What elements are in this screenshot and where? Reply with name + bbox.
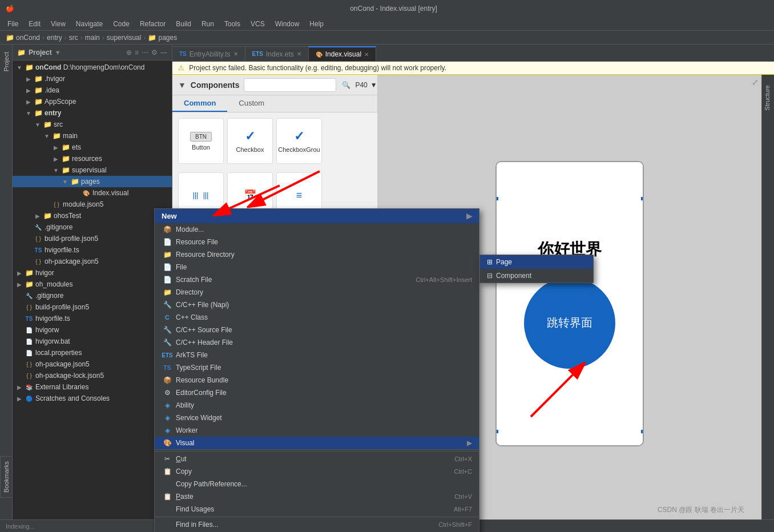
- ctx-arkts[interactable]: ETS ArkTS File: [155, 349, 479, 361]
- tree-item-main[interactable]: ▼ 📁 main: [13, 130, 172, 142]
- ctx-resource-bundle[interactable]: 📦 Resource Bundle: [155, 374, 479, 386]
- gear-icon[interactable]: ⚙: [151, 49, 158, 57]
- locate-icon[interactable]: ⊕: [126, 49, 132, 57]
- tree-item-hvigor-root[interactable]: ▶ 📁 hvigor: [13, 267, 172, 279]
- ctx-paste[interactable]: 📋 Paste Ctrl+V: [155, 490, 479, 503]
- tab-entryability[interactable]: TS EntryAbility.ts ✕: [172, 46, 245, 61]
- menu-refactor[interactable]: Refactor: [135, 19, 170, 29]
- ctx-new-header[interactable]: New ▶: [155, 209, 479, 223]
- tree-item-oh-package-lock[interactable]: { } oh-package-lock.json5: [13, 370, 172, 381]
- ctx-resource-dir[interactable]: 📁 Resource Directory: [155, 248, 479, 261]
- dropdown-arrow-icon[interactable]: ▼: [55, 49, 61, 56]
- menu-file[interactable]: File: [3, 19, 23, 29]
- menu-run[interactable]: Run: [197, 19, 219, 29]
- ctx-copy[interactable]: 📋 Copy Ctrl+C: [155, 465, 479, 478]
- tree-item-oh-modules[interactable]: ▶ 📁 oh_modules: [13, 279, 172, 290]
- tree-item-appscope[interactable]: ▶ 📁 AppScope: [13, 96, 172, 107]
- ctx-cpp-header[interactable]: 🔧 C/C++ Header File: [155, 336, 479, 349]
- ctx-directory[interactable]: 📁 Directory: [155, 286, 479, 299]
- tree-item-hvigorw-bat[interactable]: 📄 hvigorw.bat: [13, 336, 172, 347]
- tree-item-hvigorfile-root[interactable]: TS hvigorfile.ts: [13, 313, 172, 324]
- menu-tools[interactable]: Tools: [220, 19, 245, 29]
- menu-view[interactable]: View: [46, 19, 70, 29]
- component-button[interactable]: BTN Button: [178, 118, 224, 164]
- breadcrumb-entry[interactable]: entry: [47, 34, 62, 42]
- ctx-copy-path[interactable]: Copy Path/Reference...: [155, 478, 479, 490]
- ctx-find-in-files[interactable]: Find in Files... Ctrl+Shift+F: [155, 518, 479, 531]
- breadcrumb-src[interactable]: src: [69, 34, 78, 42]
- bookmarks-tab[interactable]: Bookmarks: [0, 456, 13, 498]
- tree-item-pages[interactable]: ▼ 📁 pages: [13, 176, 172, 187]
- menu-vcs[interactable]: VCS: [246, 19, 269, 29]
- structure-tab[interactable]: Structure: [762, 80, 774, 115]
- tree-item-oncond[interactable]: ▼ 📁 onCond D:\hongmengDom\onCond: [13, 62, 172, 73]
- ctx-cut[interactable]: ✂ Cut Ctrl+X: [155, 453, 479, 465]
- tree-item-hvigorfile-ts[interactable]: TS hvigorfile.ts: [13, 244, 172, 256]
- expand-preview-icon[interactable]: ⤢: [752, 78, 759, 87]
- tree-item-hvigor[interactable]: ▶ 📁 .hvigor: [13, 73, 172, 84]
- ctx-worker[interactable]: ◈ Worker: [155, 424, 479, 437]
- collapse-icon[interactable]: —: [160, 49, 167, 57]
- settings-icon[interactable]: ≡: [135, 49, 139, 57]
- menu-code[interactable]: Code: [108, 19, 134, 29]
- tab-index-visual[interactable]: 🎨 Index.visual ✕: [309, 46, 376, 61]
- submenu-page[interactable]: ⊞ Page: [480, 255, 593, 269]
- ctx-cpp-napi[interactable]: 🔧 C/C++ File (Napi): [155, 299, 479, 311]
- tree-item-index-visual[interactable]: 🎨 Index.visual: [13, 187, 172, 199]
- tree-item-local-props[interactable]: 📄 local.properties: [13, 347, 172, 358]
- tree-item-src[interactable]: ▼ 📁 src: [13, 119, 172, 130]
- tree-item-gitignore-root[interactable]: 🔧 .gitignore: [13, 290, 172, 301]
- tree-item-module-json5[interactable]: { } module.json5: [13, 199, 172, 210]
- ctx-editorconfig[interactable]: ⚙ EditorConfig File: [155, 386, 479, 399]
- tree-item-hvigorw[interactable]: 📄 hvigorw: [13, 324, 172, 336]
- ctx-find-usages[interactable]: Find Usages Alt+F7: [155, 503, 479, 515]
- tab-close-icon[interactable]: ✕: [297, 51, 301, 57]
- tab-close-icon[interactable]: ✕: [233, 51, 238, 57]
- preview-circle-button[interactable]: 跳转界面: [524, 277, 615, 369]
- menu-help[interactable]: Help: [305, 19, 328, 29]
- tree-item-build-profile-root[interactable]: { } build-profile.json5: [13, 301, 172, 313]
- component-checkboxgroup[interactable]: ✓ CheckboxGrou: [276, 118, 322, 164]
- tab-close-icon[interactable]: ✕: [364, 51, 369, 58]
- tree-item-entry[interactable]: ▼ 📁 entry: [13, 107, 172, 119]
- breadcrumb-pages[interactable]: 📁 pages: [148, 34, 177, 42]
- menu-build[interactable]: Build: [171, 19, 196, 29]
- ctx-cpp-class[interactable]: C C++ Class: [155, 311, 479, 324]
- ctx-file[interactable]: 📄 File: [155, 261, 479, 273]
- tab-index-ets[interactable]: ETS Index.ets ✕: [245, 46, 309, 61]
- menu-window[interactable]: Window: [271, 19, 304, 29]
- component-checkbox[interactable]: ✓ Checkbox: [227, 118, 273, 164]
- search-input[interactable]: [244, 78, 336, 92]
- breadcrumb-supervisual[interactable]: supervisual: [107, 34, 142, 42]
- ctx-typescript[interactable]: TS TypeScript File: [155, 361, 479, 374]
- ctx-cpp-source[interactable]: 🔧 C/C++ Source File: [155, 324, 479, 336]
- tree-item-supervisual[interactable]: ▼ 📁 supervisual: [13, 164, 172, 176]
- tree-item-oh-package-root[interactable]: { } oh-package.json5: [13, 358, 172, 370]
- ctx-visual[interactable]: 🎨 Visual ▶: [155, 437, 479, 449]
- tab-common[interactable]: Common: [172, 95, 227, 112]
- ctx-resource-file[interactable]: 📄 Resource File: [155, 236, 479, 248]
- project-tab[interactable]: Project: [1, 47, 11, 76]
- ctx-module[interactable]: 📦 Module...: [155, 223, 479, 236]
- tree-item-resources[interactable]: ▶ 📁 resources: [13, 153, 172, 164]
- tree-item-ohostest[interactable]: ▶ 📁 ohosTest: [13, 210, 172, 221]
- tree-item-build-profile[interactable]: { } build-profile.json5: [13, 233, 172, 244]
- ctx-service-widget[interactable]: ◈ Service Widget: [155, 412, 479, 424]
- tree-item-ext-libs[interactable]: ▶ 📚 External Libraries: [13, 381, 172, 393]
- tree-item-scratches[interactable]: ▶ 🔵 Scratches and Consoles: [13, 393, 172, 404]
- ctx-ability[interactable]: ◈ Ability: [155, 399, 479, 412]
- more-icon[interactable]: ⋯: [142, 49, 148, 57]
- breadcrumb-main[interactable]: main: [85, 34, 100, 42]
- tab-custom[interactable]: Custom: [227, 95, 276, 112]
- submenu-component[interactable]: ⊟ Component: [480, 269, 593, 283]
- ctx-scratch-file[interactable]: 📄 Scratch File Ctrl+Alt+Shift+Insert: [155, 273, 479, 286]
- device-dropdown-icon[interactable]: ▼: [370, 81, 377, 89]
- tree-item-gitignore-entry[interactable]: 🔧 .gitignore: [13, 221, 172, 233]
- tree-item-idea[interactable]: ▶ 📁 .idea: [13, 84, 172, 96]
- menu-edit[interactable]: Edit: [24, 19, 45, 29]
- tree-item-oh-package[interactable]: { } oh-package.json5: [13, 256, 172, 267]
- collapse-components-icon[interactable]: ▼: [178, 80, 186, 90]
- tree-item-ets[interactable]: ▶ 📁 ets: [13, 142, 172, 153]
- menu-navigate[interactable]: Navigate: [71, 19, 107, 29]
- breadcrumb-oncond[interactable]: 📁 onCond: [6, 34, 40, 42]
